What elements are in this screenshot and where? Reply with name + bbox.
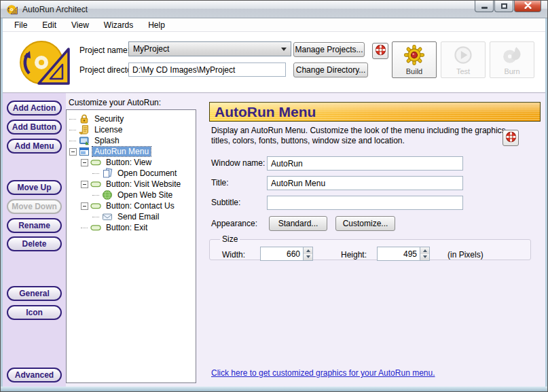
width-input[interactable] <box>260 247 304 261</box>
gear-icon <box>404 45 424 67</box>
project-name-combobox[interactable]: MyProject <box>128 41 291 56</box>
tree-item-open-document[interactable]: Open Document <box>67 168 196 179</box>
tree-item-open-web-site[interactable]: Open Web Site <box>67 190 196 200</box>
tree-item-label: Button: Visit Website <box>104 179 183 189</box>
app-logo-large-icon <box>19 36 73 88</box>
app-logo-icon <box>7 4 18 15</box>
tree-connector <box>69 119 76 120</box>
maximize-icon <box>501 3 507 9</box>
play-icon <box>453 45 473 67</box>
button-pill-icon <box>90 200 101 211</box>
size-group: Size Width: Height: (in Pixels) <box>209 234 531 260</box>
tree-caption: Customize your AutoRun: <box>69 98 161 107</box>
close-button[interactable] <box>514 1 541 12</box>
sidebar-button-advanced[interactable]: Advanced <box>7 368 62 382</box>
customize-appearance-button[interactable]: Customize... <box>335 216 395 231</box>
height-input[interactable] <box>377 247 420 261</box>
tree-connector <box>92 195 99 196</box>
manage-projects-button[interactable]: Manage Projects... <box>293 42 365 57</box>
subtitle-input[interactable] <box>267 196 463 210</box>
tree-connector <box>69 141 76 141</box>
title-input[interactable] <box>267 176 463 190</box>
width-spin-buttons[interactable] <box>304 247 313 261</box>
menu-help-button[interactable] <box>503 130 519 146</box>
close-icon <box>524 1 532 11</box>
height-spin-buttons[interactable] <box>420 247 430 261</box>
window-name-input[interactable] <box>267 156 463 171</box>
tree-connector <box>69 130 76 130</box>
chevron-down-icon <box>281 48 287 51</box>
project-name-value: MyProject <box>133 44 169 54</box>
tree-item-label: Button: View <box>104 158 153 167</box>
tree-item-send-email[interactable]: Send Email <box>67 211 196 222</box>
spin-up-icon[interactable] <box>420 247 429 254</box>
menu-item-wizards[interactable]: Wizards <box>96 19 141 31</box>
project-panel: Project name: MyProject Project director… <box>3 32 545 93</box>
change-directory-button[interactable]: Change Directory... <box>293 63 368 77</box>
menu-item-file[interactable]: File <box>7 19 35 31</box>
page-title: AutoRun Menu <box>210 104 316 120</box>
tree-item-security[interactable]: Security <box>67 113 196 124</box>
height-stepper <box>377 247 430 261</box>
tree-item-button-exit[interactable]: Button: Exit <box>67 222 196 233</box>
menu-item-view[interactable]: View <box>64 19 96 31</box>
collapse-icon[interactable] <box>81 181 88 188</box>
tree-item-button-visit-website[interactable]: Button: Visit Website <box>67 179 196 190</box>
menu-item-edit[interactable]: Edit <box>35 19 64 31</box>
tree-item-label: Security <box>92 114 126 124</box>
collapse-icon[interactable] <box>69 148 77 156</box>
collapse-icon[interactable] <box>81 202 88 210</box>
app-window: AutoRun Architect FileEditViewWizardsHel… <box>0 0 548 392</box>
document-icon <box>102 168 113 179</box>
appearance-label: Appearance: <box>211 219 257 228</box>
tree-item-label: Splash <box>92 136 122 145</box>
spin-down-icon[interactable] <box>420 254 429 261</box>
collapse-icon[interactable] <box>81 159 88 166</box>
sidebar: Add ActionAdd ButtonAdd MenuMove UpMove … <box>3 93 66 387</box>
project-name-label: Project name: <box>79 46 130 55</box>
window-controls <box>474 1 541 12</box>
tree-item-label: License <box>92 125 124 135</box>
minimize-icon <box>481 7 488 9</box>
sidebar-button-delete[interactable]: Delete <box>7 236 62 251</box>
title-field-label: Title: <box>211 178 229 188</box>
sidebar-button-add-button[interactable]: Add Button <box>7 120 62 135</box>
help-button[interactable] <box>372 43 388 59</box>
tree-item-autorun-menu[interactable]: AutoRun Menu <box>67 146 196 157</box>
email-icon <box>102 211 113 222</box>
tree-item-splash[interactable]: Splash <box>67 135 196 146</box>
sidebar-button-rename[interactable]: Rename <box>7 218 62 233</box>
width-label: Width: <box>222 250 245 260</box>
sidebar-button-add-menu[interactable]: Add Menu <box>7 139 62 154</box>
title-bar: AutoRun Architect <box>1 1 547 18</box>
button-pill-icon <box>90 157 101 168</box>
menu-item-help[interactable]: Help <box>141 19 172 31</box>
maximize-button[interactable] <box>494 1 513 12</box>
menu-bar: FileEditViewWizardsHelp <box>3 18 545 32</box>
build-button[interactable]: Build <box>392 41 437 78</box>
project-directory-input[interactable] <box>128 63 286 77</box>
sidebar-button-move-up[interactable]: Move Up <box>7 180 62 195</box>
customized-graphics-link[interactable]: Click here to get customized graphics fo… <box>211 368 435 378</box>
spin-down-icon[interactable] <box>304 254 312 261</box>
minimize-button[interactable] <box>475 1 494 12</box>
sidebar-button-general[interactable]: General <box>7 286 62 301</box>
tree-item-button-contact-us[interactable]: Button: Contact Us <box>67 200 196 211</box>
tree-item-label: AutoRun Menu <box>92 147 151 156</box>
tree-item-button-view[interactable]: Button: View <box>67 157 196 168</box>
sidebar-button-icon[interactable]: Icon <box>7 305 62 320</box>
window-frame-bottom <box>1 387 547 391</box>
tree-item-license[interactable]: License <box>67 124 196 135</box>
test-button: Test <box>441 41 486 78</box>
sidebar-button-add-action[interactable]: Add Action <box>7 101 62 115</box>
width-stepper <box>260 247 313 261</box>
tree-item-label: Button: Contact Us <box>104 201 177 211</box>
standard-appearance-button[interactable]: Standard... <box>269 216 327 231</box>
window-title: AutoRun Architect <box>22 5 88 14</box>
burn-button: Burn <box>490 41 534 78</box>
lock-icon <box>79 113 90 124</box>
window-name-label: Window name: <box>211 158 265 168</box>
burn-disc-icon <box>502 45 522 67</box>
spin-up-icon[interactable] <box>304 247 312 254</box>
sidebar-button-move-down: Move Down <box>7 199 62 214</box>
